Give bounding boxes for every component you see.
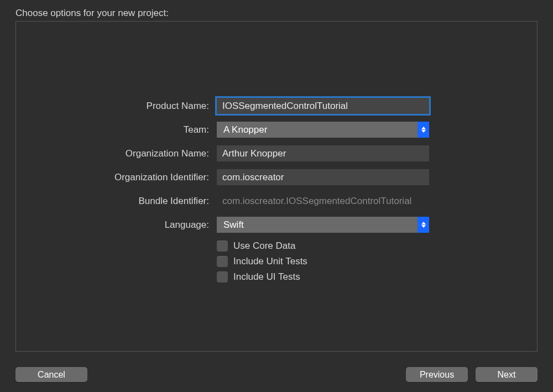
language-label: Language: — [96, 219, 217, 231]
page-title: Choose options for your new project: — [15, 8, 169, 19]
include-unit-tests-label: Include Unit Tests — [233, 256, 307, 267]
select-arrows-icon — [418, 122, 429, 138]
product-name-label: Product Name: — [96, 101, 217, 112]
org-identifier-input[interactable] — [217, 169, 429, 185]
product-name-input[interactable] — [217, 98, 429, 114]
include-ui-tests-checkbox[interactable] — [217, 271, 228, 283]
language-select-value: Swift — [217, 217, 418, 233]
content-frame: Product Name: Team: A Knopper Organizati… — [15, 21, 538, 352]
next-button[interactable]: Next — [476, 367, 538, 382]
include-unit-tests-checkbox[interactable] — [217, 256, 228, 267]
use-core-data-label: Use Core Data — [233, 241, 295, 252]
project-options-form: Product Name: Team: A Knopper Organizati… — [96, 98, 456, 287]
previous-button[interactable]: Previous — [406, 367, 468, 382]
org-name-input[interactable] — [217, 145, 429, 161]
bundle-identifier-label: Bundle Identifier: — [96, 196, 217, 207]
cancel-button[interactable]: Cancel — [15, 367, 87, 382]
org-name-label: Organization Name: — [96, 148, 217, 159]
use-core-data-checkbox[interactable] — [217, 241, 228, 252]
team-select[interactable]: A Knopper — [217, 122, 429, 138]
footer: Cancel Previous Next — [15, 367, 538, 382]
bundle-identifier-value: com.ioscreator.IOSSegmentedControlTutori… — [217, 193, 429, 209]
language-select[interactable]: Swift — [217, 217, 429, 233]
include-ui-tests-label: Include UI Tests — [233, 271, 300, 283]
team-select-value: A Knopper — [217, 122, 418, 138]
org-identifier-label: Organization Identifier: — [96, 172, 217, 183]
team-label: Team: — [96, 124, 217, 135]
select-arrows-icon — [418, 217, 429, 233]
